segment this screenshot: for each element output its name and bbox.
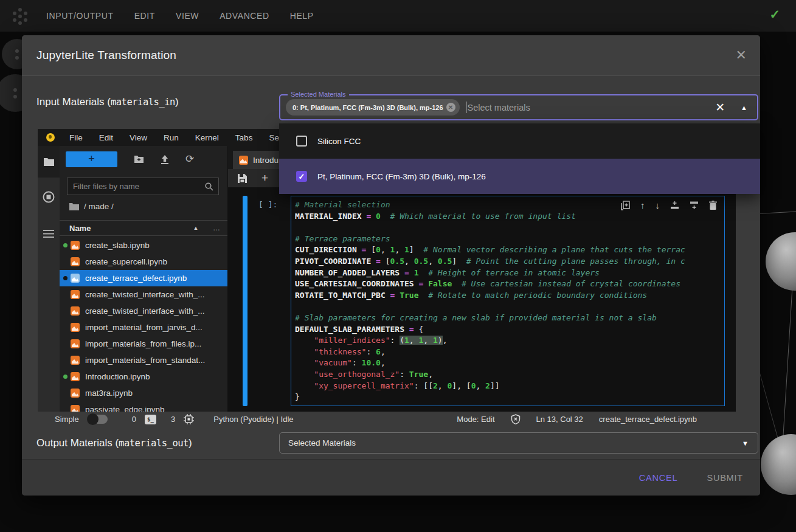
- code-line: "use_orthogonal_z": True,: [295, 369, 723, 381]
- code-cell[interactable]: # Material selectionMATERIAL_INDEX = 0 #…: [291, 196, 725, 406]
- statusbar-filename[interactable]: create_terrace_defect.ipynb: [599, 415, 697, 424]
- file-row[interactable]: create_supercell.ipynb: [60, 254, 227, 270]
- jupyter-statusbar: Simple 0 $_ 3 Python (Pyodide) | Idle Mo…: [38, 412, 736, 427]
- status-dot-column: [60, 375, 71, 379]
- cursor-position[interactable]: Ln 13, Col 32: [536, 415, 583, 424]
- menu-help[interactable]: HELP: [290, 11, 314, 21]
- running-sessions-tab[interactable]: [38, 181, 60, 213]
- folder-icon[interactable]: [69, 202, 79, 210]
- file-name: import_material_from_jarvis_d...: [85, 323, 202, 332]
- file-browser-tab[interactable]: [38, 146, 60, 178]
- move-cell-up-icon[interactable]: ↑: [640, 200, 645, 210]
- simple-mode-toggle[interactable]: [88, 415, 108, 424]
- terminals-count: 0: [132, 415, 136, 424]
- file-row[interactable]: create_terrace_defect.ipynb: [60, 270, 227, 286]
- menu-edit[interactable]: EDIT: [134, 11, 155, 21]
- jupyter-menu-edit[interactable]: Edit: [99, 133, 113, 142]
- upload-icon[interactable]: [161, 155, 169, 164]
- jupyter-menu-file[interactable]: File: [69, 133, 83, 142]
- file-name: create_slab.ipynb: [85, 241, 150, 250]
- file-row[interactable]: passivate_edge.ipynb: [60, 401, 227, 412]
- notebook-file-icon: [71, 290, 80, 299]
- menu-advanced[interactable]: ADVANCED: [220, 11, 269, 21]
- kernel-status[interactable]: Python (Pyodide) | Idle: [213, 415, 293, 424]
- name-column-header[interactable]: Name: [69, 224, 91, 233]
- insert-cell-below-icon[interactable]: [690, 201, 699, 210]
- close-icon[interactable]: ✕: [736, 49, 747, 62]
- text-cursor: [466, 102, 466, 113]
- code-line: "thickness": 6,: [295, 347, 723, 358]
- mode-indicator[interactable]: Mode: Edit: [457, 415, 494, 424]
- code-line: # Terrace parameters: [295, 233, 723, 245]
- file-name: create_twisted_interface_with_...: [85, 306, 205, 316]
- add-cell-icon[interactable]: +: [261, 171, 268, 185]
- activity-bar: [38, 146, 60, 412]
- file-row[interactable]: create_twisted_interface_with_...: [60, 286, 227, 303]
- filter-files-box[interactable]: [67, 178, 219, 195]
- code-line: [295, 301, 723, 313]
- notebook-file-icon: [71, 257, 80, 266]
- file-name: create_terrace_defect.ipynb: [85, 274, 187, 283]
- selected-materials-combobox[interactable]: Selected Materials 0: Pt, Platinum, FCC …: [279, 94, 758, 120]
- chevron-up-icon[interactable]: ▲: [741, 104, 747, 111]
- material-chip[interactable]: 0: Pt, Platinum, FCC (Fm-3m) 3D (Bulk), …: [286, 99, 460, 116]
- cancel-button[interactable]: CANCEL: [639, 473, 678, 483]
- material-option[interactable]: ✓Pt, Platinum, FCC (Fm-3m) 3D (Bulk), mp…: [279, 159, 760, 194]
- new-folder-icon[interactable]: [134, 155, 144, 164]
- material-option-label: Silicon FCC: [317, 137, 361, 146]
- app-logo-icon[interactable]: [11, 7, 29, 25]
- refresh-icon[interactable]: ⟳: [185, 155, 194, 164]
- breadcrumb[interactable]: / made /: [69, 202, 114, 211]
- file-row[interactable]: Introduction.ipynb: [60, 368, 227, 385]
- file-list-header[interactable]: Name ▲ …: [60, 220, 227, 236]
- menu-view[interactable]: VIEW: [176, 11, 199, 21]
- cell-collapser[interactable]: [243, 196, 247, 406]
- file-row[interactable]: import_material_from_jarvis_d...: [60, 319, 227, 336]
- checkbox-checked-icon[interactable]: ✓: [296, 171, 307, 182]
- chip-remove-icon[interactable]: ✕: [446, 103, 455, 112]
- table-of-contents-tab[interactable]: [38, 218, 60, 249]
- jupyter-menu-run[interactable]: Run: [164, 133, 179, 142]
- move-cell-down-icon[interactable]: ↓: [656, 200, 660, 210]
- output-select-value: Selected Materials: [288, 438, 742, 447]
- file-row[interactable]: mat3ra.ipynb: [60, 385, 227, 401]
- file-row[interactable]: create_slab.ipynb: [60, 237, 227, 254]
- notebook-file-icon: [71, 405, 80, 412]
- dialog-title: JupyterLite Transformation: [36, 49, 176, 62]
- code-line: ROTATE_TO_MATCH_PBC = True # Rotate to m…: [295, 290, 723, 302]
- file-row[interactable]: import_materials_from_files.ip...: [60, 336, 227, 352]
- more-options-icon[interactable]: …: [213, 224, 221, 232]
- clear-icon[interactable]: ✕: [715, 100, 725, 114]
- save-icon[interactable]: [238, 174, 247, 183]
- new-launcher-button[interactable]: +: [66, 151, 117, 167]
- file-name: create_supercell.ipynb: [85, 257, 167, 266]
- code-line: # Slab parameters for creating a new sla…: [295, 313, 723, 324]
- jupyter-menu-view[interactable]: View: [130, 133, 147, 142]
- duplicate-cell-icon[interactable]: [621, 201, 630, 210]
- menu-input-output[interactable]: INPUT/OUTPUT: [46, 11, 114, 21]
- code-editor[interactable]: # Material selectionMATERIAL_INDEX = 0 #…: [295, 199, 723, 403]
- filter-files-input[interactable]: [67, 182, 205, 191]
- file-row[interactable]: create_twisted_interface_with_...: [60, 303, 227, 319]
- terminal-icon[interactable]: $_: [145, 415, 156, 424]
- notebook-file-icon: [71, 274, 80, 283]
- jupyter-menu-kernel[interactable]: Kernel: [195, 133, 219, 142]
- output-materials-select[interactable]: Selected Materials ▼: [279, 432, 758, 454]
- jupyterlab-menus: FileEditViewRunKernelTabsSettings: [69, 133, 299, 142]
- search-icon: [205, 182, 213, 191]
- file-list: create_slab.ipynbcreate_supercell.ipynbc…: [60, 237, 227, 412]
- file-row[interactable]: import_materials_from_standat...: [60, 352, 227, 368]
- code-line: MATERIAL_INDEX = 0 # Which material to u…: [295, 211, 723, 223]
- kernel-chip-icon[interactable]: [184, 414, 194, 424]
- combobox-legend: Selected Materials: [288, 91, 349, 98]
- trust-shield-icon[interactable]: [511, 414, 521, 424]
- check-icon[interactable]: ✓: [769, 7, 780, 22]
- material-option[interactable]: Silicon FCC: [279, 123, 760, 159]
- notebook-tab-label: Introdu: [253, 156, 279, 165]
- jupyter-menu-tabs[interactable]: Tabs: [235, 133, 253, 142]
- submit-button[interactable]: SUBMIT: [707, 473, 743, 483]
- insert-cell-above-icon[interactable]: [670, 201, 679, 210]
- file-browser: + ⟳: [60, 146, 228, 412]
- delete-cell-icon[interactable]: [709, 201, 717, 210]
- checkbox-icon[interactable]: [296, 136, 307, 147]
